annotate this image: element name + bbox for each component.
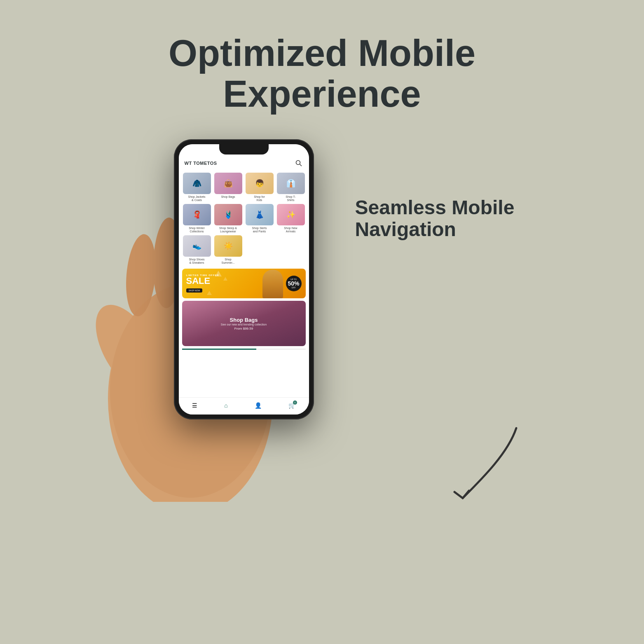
category-label-jackets: Shop Jackets& Coats (188, 195, 205, 202)
category-newarrivals[interactable]: ✨ Shop NewArrivals (276, 204, 306, 234)
svg-point-7 (296, 161, 300, 165)
bags-banner-title: Shop Bags (221, 317, 267, 323)
phone-screen: WT TOMETOS 🧥 Shop J (179, 144, 309, 415)
nav-cart[interactable]: 🛒 0 (288, 402, 295, 409)
page-title-section: Optimized Mobile Experience (0, 0, 644, 131)
category-label-sleep: Shop Sleep &Loungewear (219, 227, 237, 234)
category-skirts[interactable]: 👗 Shop Skirtsand Pants (245, 204, 274, 234)
category-image-kids: 👦 (246, 173, 274, 194)
arrow-container (442, 420, 533, 512)
right-content: Seamless Mobile Navigation (355, 131, 520, 249)
category-sleep[interactable]: 🩱 Shop Sleep &Loungewear (213, 204, 243, 234)
sale-model-image (262, 269, 283, 298)
profile-icon: 👤 (255, 402, 262, 409)
category-label-shoes: Shop Shoes& Sneakers (189, 258, 204, 265)
search-button[interactable] (294, 159, 303, 168)
category-label-winter: Shop WinterCollections (189, 227, 205, 234)
category-tshirts[interactable]: 👔 Shop T-Shirts (276, 173, 306, 202)
category-image-skirts: 👗 (246, 204, 274, 225)
sale-shop-now-button[interactable]: SHOP NOW (186, 288, 203, 293)
scroll-progress-bar (182, 349, 306, 350)
svg-line-8 (300, 164, 302, 166)
sale-badge: UP TO 50% OFF (286, 276, 302, 291)
category-image-bags: 👜 (214, 173, 242, 194)
search-icon (295, 160, 302, 166)
sale-text-area: LIMITED TIME OFFER SALE SHOP NOW (186, 274, 219, 293)
category-image-sleep: 🩱 (214, 204, 242, 225)
bags-banner-price: From $99.59 (221, 327, 267, 330)
phone-frame: WT TOMETOS 🧥 Shop J (174, 139, 314, 419)
category-label-kids: Shop forKids (254, 195, 265, 202)
bottom-nav: ☰ ⌂ 👤 🛒 0 (179, 397, 309, 415)
app-logo: WT TOMETOS (185, 161, 217, 166)
nav-profile[interactable]: 👤 (255, 402, 262, 409)
category-image-tshirts: 👔 (277, 173, 305, 194)
category-label-summer: ShopSummer... (222, 258, 235, 265)
bags-banner[interactable]: Shop Bags See our new and trending colle… (182, 301, 306, 346)
category-shoes[interactable]: 👟 Shop Shoes& Sneakers (182, 235, 212, 265)
progress-fill (182, 349, 256, 350)
cart-badge: 0 (293, 400, 297, 405)
category-label-newarrivals: Shop NewArrivals (284, 227, 297, 234)
category-image-shoes: 👟 (183, 235, 211, 257)
category-summer[interactable]: ☀️ ShopSummer... (213, 235, 243, 265)
bags-banner-text: Shop Bags See our new and trending colle… (221, 317, 267, 330)
nav-home[interactable]: ⌂ (224, 402, 227, 409)
category-kids[interactable]: 👦 Shop forKids (245, 173, 274, 202)
curved-arrow (442, 420, 533, 511)
decorative-triangle-2 (223, 277, 227, 281)
category-winter[interactable]: 🧣 Shop WinterCollections (182, 204, 212, 234)
category-image-newarrivals: ✨ (277, 204, 305, 225)
seamless-navigation-title: Seamless Mobile Navigation (355, 197, 520, 241)
home-icon: ⌂ (224, 402, 227, 409)
menu-icon: ☰ (192, 402, 197, 409)
bags-banner-subtitle: See our new and trending collection (221, 323, 267, 326)
sale-banner[interactable]: LIMITED TIME OFFER SALE SHOP NOW UP TO 5… (182, 269, 306, 298)
category-label-bags: Shop Bags (221, 195, 235, 199)
phone-notch (219, 144, 269, 155)
category-grid: 🧥 Shop Jackets& Coats 👜 Shop Bags 👦 (179, 171, 309, 266)
category-bags[interactable]: 👜 Shop Bags (213, 173, 243, 202)
category-image-winter: 🧣 (183, 204, 211, 225)
category-jackets[interactable]: 🧥 Shop Jackets& Coats (182, 173, 212, 202)
category-label-tshirts: Shop T-Shirts (286, 195, 295, 202)
main-heading: Optimized Mobile Experience (0, 33, 644, 115)
category-image-summer: ☀️ (214, 235, 242, 257)
category-label-skirts: Shop Skirtsand Pants (252, 227, 267, 234)
nav-menu[interactable]: ☰ (192, 402, 197, 409)
main-content: WT TOMETOS 🧥 Shop J (0, 131, 644, 461)
category-image-jackets: 🧥 (183, 173, 211, 194)
sale-main-text: SALE (186, 276, 219, 286)
phone-scene: WT TOMETOS 🧥 Shop J (124, 131, 330, 461)
